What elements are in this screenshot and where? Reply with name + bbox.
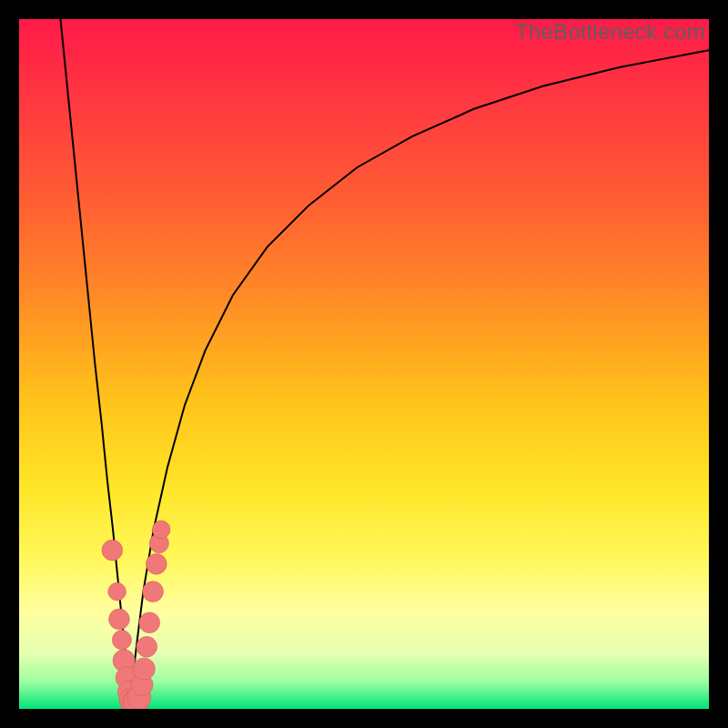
data-marker — [108, 582, 126, 601]
data-marker — [133, 658, 155, 680]
data-marker — [152, 521, 170, 539]
data-marker — [136, 636, 157, 657]
data-marker — [139, 612, 160, 633]
data-marker — [102, 540, 123, 561]
data-marker — [109, 609, 130, 630]
data-marker — [112, 631, 131, 650]
data-marker — [146, 553, 167, 574]
bottleneck-chart — [19, 19, 709, 709]
plot-frame: TheBottleneck.com — [19, 19, 709, 709]
data-marker — [143, 581, 164, 602]
watermark-label: TheBottleneck.com — [515, 19, 705, 45]
gradient-background — [19, 19, 709, 709]
